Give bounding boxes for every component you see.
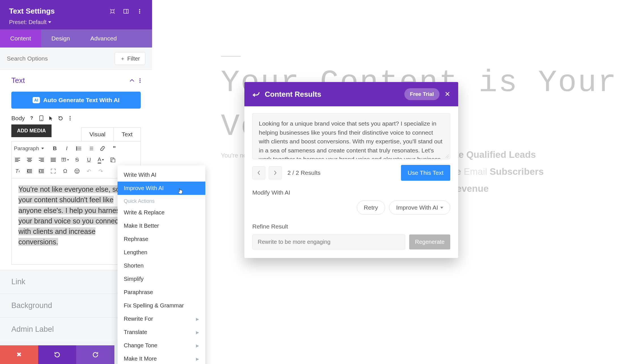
link-icon[interactable] xyxy=(99,145,106,152)
indent-icon[interactable] xyxy=(38,167,45,175)
retry-button[interactable]: Retry xyxy=(357,201,385,215)
tab-advanced[interactable]: Advanced xyxy=(80,29,127,48)
ctx-paraphrase[interactable]: Paraphrase xyxy=(118,286,205,299)
hero-divider xyxy=(221,56,241,57)
collapse-icon[interactable] xyxy=(130,79,134,82)
body-more-icon[interactable] xyxy=(67,115,73,121)
svg-point-17 xyxy=(70,116,71,117)
bullet-list-icon[interactable] xyxy=(75,145,82,152)
align-justify-icon[interactable] xyxy=(50,156,57,163)
footer-redo-button[interactable] xyxy=(76,345,114,364)
resize-handle-icon[interactable] xyxy=(445,154,449,158)
svg-line-66 xyxy=(445,154,449,158)
ctx-rephrase[interactable]: Rephrase xyxy=(118,232,205,246)
strikethrough-icon[interactable]: S xyxy=(73,156,81,163)
section-more-icon[interactable] xyxy=(139,78,141,83)
number-list-icon[interactable] xyxy=(87,145,94,152)
ctx-rewrite-for[interactable]: Rewrite For▶ xyxy=(118,312,205,326)
table-icon[interactable] xyxy=(61,156,69,163)
svg-rect-0 xyxy=(111,10,114,13)
more-icon[interactable] xyxy=(136,8,143,15)
ctx-simplify[interactable]: Simplify xyxy=(118,272,205,286)
align-center-icon[interactable] xyxy=(26,156,33,163)
ctx-fix-spelling[interactable]: Fix Spelling & Grammar xyxy=(118,299,205,312)
fullscreen-icon[interactable] xyxy=(50,167,57,175)
undo-icon[interactable]: ↶ xyxy=(85,167,93,175)
body-label: Body xyxy=(11,115,25,122)
footer-undo-button[interactable] xyxy=(38,345,76,364)
prev-result-button[interactable] xyxy=(252,166,265,179)
ctx-improve-with-ai[interactable]: Improve With AI xyxy=(118,182,205,195)
refine-input[interactable] xyxy=(252,234,405,249)
redo-icon[interactable]: ↷ xyxy=(97,167,104,175)
svg-point-7 xyxy=(139,9,140,10)
emoji-icon[interactable] xyxy=(73,167,81,175)
expand-icon[interactable] xyxy=(109,8,116,15)
clear-format-icon[interactable]: Tx xyxy=(14,167,21,175)
modal-close-icon[interactable]: ✕ xyxy=(445,90,450,98)
special-char-icon[interactable]: Ω xyxy=(61,167,69,175)
ctx-make-it-more[interactable]: Make It More▶ xyxy=(118,352,205,364)
outdent-icon[interactable] xyxy=(26,167,33,175)
svg-line-67 xyxy=(447,156,449,158)
paste-icon[interactable] xyxy=(109,156,116,163)
modify-label: Modify With AI xyxy=(252,189,450,196)
editor-content: You're not like everyone else, so your c… xyxy=(18,184,134,247)
regenerate-button[interactable]: Regenerate xyxy=(409,234,450,249)
ctx-change-tone[interactable]: Change Tone▶ xyxy=(118,339,205,352)
search-input[interactable] xyxy=(7,55,115,62)
improve-with-ai-dropdown[interactable]: Improve With AI xyxy=(389,201,450,215)
svg-marker-20 xyxy=(41,148,44,149)
result-textarea[interactable]: Looking for a unique brand voice that se… xyxy=(252,113,450,159)
use-this-text-button[interactable]: Use This Text xyxy=(401,165,450,181)
svg-rect-52 xyxy=(112,159,115,162)
cursor-pointer-icon xyxy=(178,188,183,195)
close-button[interactable]: ✖ xyxy=(0,345,38,364)
ai-context-menu: Write With AI Improve With AI Quick Acti… xyxy=(118,165,205,364)
svg-point-63 xyxy=(75,169,79,173)
svg-line-1 xyxy=(110,9,111,10)
svg-point-18 xyxy=(70,118,71,119)
svg-point-13 xyxy=(140,82,141,83)
svg-marker-49 xyxy=(67,159,69,161)
ctx-lengthen[interactable]: Lengthen xyxy=(118,246,205,259)
quote-icon[interactable]: " xyxy=(111,145,118,152)
paragraph-dropdown[interactable]: Paragraph xyxy=(14,145,47,152)
align-right-icon[interactable] xyxy=(38,156,45,163)
dock-icon[interactable] xyxy=(123,8,129,15)
tab-text[interactable]: Text xyxy=(113,128,140,141)
svg-point-12 xyxy=(140,80,141,81)
hover-icon[interactable] xyxy=(48,115,54,121)
tab-visual[interactable]: Visual xyxy=(82,128,114,141)
svg-line-4 xyxy=(114,13,115,14)
next-result-button[interactable] xyxy=(269,166,282,179)
ctx-write-replace[interactable]: Write & Replace xyxy=(118,206,205,219)
back-icon[interactable] xyxy=(252,91,260,97)
results-count: 2 / 2 Results xyxy=(287,169,321,176)
align-left-icon[interactable] xyxy=(14,156,21,163)
preset-dropdown[interactable]: Preset: Default xyxy=(9,19,143,25)
reset-icon[interactable] xyxy=(58,115,63,121)
help-icon[interactable]: ? xyxy=(29,115,35,121)
ctx-make-better[interactable]: Make It Better xyxy=(118,219,205,232)
text-color-icon[interactable]: A xyxy=(97,156,104,163)
svg-marker-68 xyxy=(440,207,443,209)
ctx-shorten[interactable]: Shorten xyxy=(118,259,205,272)
filter-button[interactable]: ＋ Filter xyxy=(115,52,145,65)
italic-icon[interactable]: I xyxy=(63,145,71,152)
svg-marker-10 xyxy=(48,21,51,23)
underline-icon[interactable]: U xyxy=(85,156,93,163)
svg-point-25 xyxy=(76,150,77,150)
svg-point-23 xyxy=(76,148,77,149)
bold-icon[interactable]: B xyxy=(51,145,59,152)
tab-content[interactable]: Content xyxy=(0,29,41,48)
free-trial-badge[interactable]: Free Trial xyxy=(404,88,440,100)
ctx-translate[interactable]: Translate▶ xyxy=(118,326,205,339)
svg-rect-5 xyxy=(124,9,128,13)
phone-icon[interactable] xyxy=(39,115,44,121)
svg-marker-16 xyxy=(49,116,52,120)
auto-generate-ai-button[interactable]: AI Auto Generate Text With AI xyxy=(11,92,141,109)
ctx-write-with-ai[interactable]: Write With AI xyxy=(118,168,205,182)
tab-design[interactable]: Design xyxy=(41,29,80,48)
add-media-button[interactable]: ADD MEDIA xyxy=(11,124,52,137)
